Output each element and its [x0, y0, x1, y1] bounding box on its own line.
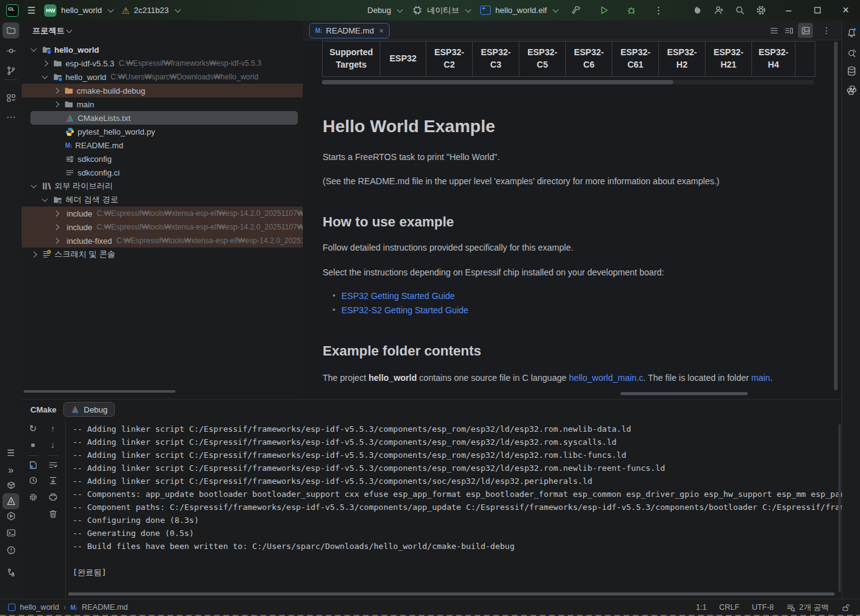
link-main-folder[interactable]: main	[751, 373, 770, 383]
breadcrumb-project[interactable]: hello_world	[20, 603, 59, 612]
chevron-right-icon[interactable]	[31, 251, 37, 257]
file-encoding[interactable]: UTF-8	[752, 603, 774, 612]
console-vscrollbar[interactable]	[838, 424, 841, 592]
search-everywhere-button[interactable]	[731, 2, 748, 19]
tree-item-scratches[interactable]: 스크래치 및 콘솔	[22, 248, 303, 261]
toolwindow-commit-button[interactable]	[2, 43, 19, 59]
link-esp32-s2-guide[interactable]: ESP32-S2 Getting Started Guide	[341, 305, 468, 315]
link-esp32-guide[interactable]: ESP32 Getting Started Guide	[341, 291, 455, 301]
toolwindow-run-button[interactable]	[2, 508, 19, 524]
chevron-down-icon[interactable]	[42, 196, 48, 202]
target-selector[interactable]: hello_world.elf	[480, 6, 558, 15]
line-separator[interactable]: CRLF	[719, 603, 740, 612]
debug-button[interactable]	[622, 2, 640, 19]
tree-item-hello-world-dir[interactable]: hello_world C:₩Users₩sparc₩Downloads₩hel…	[22, 70, 303, 84]
preview-mode-button[interactable]	[798, 23, 813, 38]
chevron-right-icon[interactable]	[53, 87, 59, 93]
toolwindow-build-button[interactable]	[2, 478, 19, 494]
close-button[interactable]: ×	[831, 0, 860, 20]
scroll-to-end-button[interactable]	[48, 475, 58, 485]
tree-item-include-1[interactable]: include C:₩Espressif₩tools₩xtensa-esp-el…	[22, 207, 303, 220]
settings-button[interactable]	[752, 2, 769, 19]
tree-item-readme[interactable]: M↓ README.md	[22, 138, 303, 152]
close-tab-icon[interactable]: ×	[379, 26, 384, 35]
soft-wrap-button[interactable]	[48, 460, 58, 470]
editor-vscrollbar[interactable]	[834, 42, 838, 390]
tree-item-pytest[interactable]: pytest_hello_world.py	[22, 125, 303, 138]
lock-open-icon[interactable]	[841, 603, 850, 612]
tree-item-sdkconfig-ci[interactable]: sdkconfig.ci	[22, 166, 303, 179]
tree-item-include-2[interactable]: include C:₩Espressif₩tools₩xtensa-esp-el…	[22, 220, 303, 234]
link-hello-world-main[interactable]: hello_world_main.c	[569, 373, 643, 383]
stop-button[interactable]: ■	[28, 440, 38, 450]
chevron-right-icon[interactable]	[53, 101, 59, 107]
vcs-widget[interactable]: ⚠ 2c211b23	[122, 6, 180, 16]
chevron-right-icon[interactable]	[42, 60, 48, 66]
toolwindow-services-button[interactable]: »	[2, 462, 19, 478]
main-menu-icon[interactable]: ☰	[27, 5, 35, 16]
tree-item-esp-idf[interactable]: esp-idf-v5.5.3 C:₩Espressif₩frameworks₩e…	[22, 56, 303, 70]
console-settings-button[interactable]	[28, 492, 38, 502]
project-widget[interactable]: HW hello_world	[44, 4, 113, 17]
print-button[interactable]	[48, 492, 58, 502]
tree-item-cmakelists[interactable]: CMakeLists.txt	[30, 111, 298, 125]
breadcrumb-file[interactable]: README.md	[82, 603, 128, 612]
tree-item-header-search-paths[interactable]: 헤더 검색 경로	[22, 193, 303, 207]
toolwindow-git-button[interactable]	[2, 565, 19, 581]
chevron-down-icon[interactable]	[31, 46, 37, 51]
chevron-right-icon[interactable]	[53, 210, 59, 216]
python-packages-button[interactable]	[843, 82, 859, 98]
more-toolwindows-button[interactable]: ⋯	[2, 109, 19, 125]
tree-item-include-fixed[interactable]: include-fixed C:₩Espressif₩tools₩xtensa-…	[22, 234, 303, 248]
toolwindow-vcs-button[interactable]	[2, 63, 19, 79]
chevron-down-icon[interactable]	[42, 73, 48, 79]
toolwindow-terminal-button[interactable]	[2, 525, 19, 541]
structure-view-button[interactable]	[766, 23, 781, 38]
build-button[interactable]	[568, 2, 585, 19]
run-config-selector[interactable]: Debug	[367, 6, 402, 15]
tab-readme[interactable]: M↓ README.md ×	[309, 23, 390, 38]
ai-chat-button[interactable]	[843, 45, 859, 61]
tab-debug-console[interactable]: Debug	[63, 402, 115, 417]
caret-position[interactable]: 1:1	[696, 603, 707, 612]
tree-item-external-libraries[interactable]: 외부 라이브러리	[22, 179, 303, 193]
toolwindow-problems-button[interactable]	[2, 542, 19, 558]
chevron-right-icon[interactable]	[53, 238, 59, 243]
editor-layout-button[interactable]	[781, 23, 796, 38]
tabbar-more-menu[interactable]: ⋮	[819, 23, 834, 38]
project-panel-header[interactable]: 프로젝트	[32, 25, 71, 37]
toolwindow-structure-button[interactable]	[2, 90, 19, 106]
reload-cmake-button[interactable]: ↻	[28, 424, 38, 434]
toolwindow-todo-button[interactable]: ☰	[2, 445, 19, 461]
device-selector[interactable]: 네이티브	[412, 5, 470, 16]
add-user-icon	[714, 5, 724, 16]
code-with-me-button[interactable]	[710, 2, 727, 19]
cmake-settings-button[interactable]	[28, 460, 38, 470]
toolwindow-cmake-button[interactable]	[2, 493, 19, 509]
table-hscrollbar[interactable]	[322, 80, 673, 84]
prev-message-button[interactable]: ↑	[48, 424, 58, 434]
notifications-button[interactable]	[843, 24, 859, 40]
tree-item-hello-world-root[interactable]: hello_world	[22, 43, 303, 56]
ai-assistant-button[interactable]	[689, 2, 706, 19]
console-hscrollbar[interactable]	[68, 592, 835, 596]
minimize-button[interactable]: –	[774, 0, 803, 20]
project-hscrollbar[interactable]	[24, 390, 176, 393]
indent-widget[interactable]: 2개 공백	[786, 602, 829, 613]
maximize-button[interactable]	[803, 0, 831, 20]
run-more-menu[interactable]: ⋮	[650, 2, 667, 19]
toolwindow-project-button[interactable]	[2, 22, 19, 38]
clear-console-button[interactable]	[48, 509, 58, 519]
next-message-button[interactable]: ↓	[48, 440, 58, 450]
run-button[interactable]	[595, 2, 612, 19]
toolwindow-title[interactable]: CMake	[30, 405, 56, 414]
tree-item-main[interactable]: main	[22, 97, 303, 111]
database-button[interactable]	[843, 63, 859, 79]
chevron-right-icon[interactable]	[53, 224, 59, 230]
chevron-down-icon[interactable]	[31, 182, 37, 188]
tree-item-cmake-build-debug[interactable]: cmake-build-debug	[22, 84, 303, 97]
project-chip-icon	[8, 604, 16, 611]
tree-item-sdkconfig[interactable]: sdkconfig	[22, 152, 303, 166]
editor-hscrollbar[interactable]	[620, 392, 748, 395]
recent-profiles-button[interactable]	[28, 475, 38, 485]
